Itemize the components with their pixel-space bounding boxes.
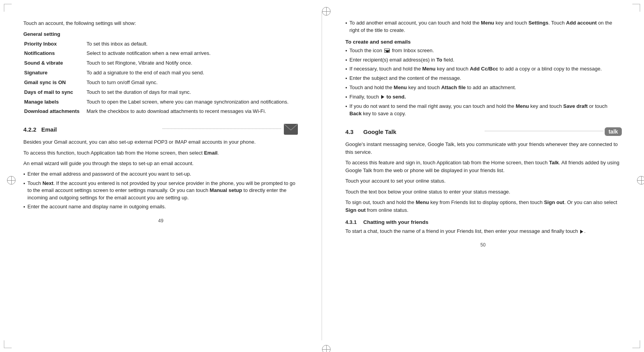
bullet-text: Enter the email address and password of … bbox=[28, 171, 192, 178]
section-43-title: Google Talk bbox=[363, 128, 482, 135]
settings-label: Gmail sync is ON bbox=[23, 78, 86, 88]
bullet-dot: • bbox=[23, 171, 25, 178]
right-create-bullets: •Touch the icon from Inbox screen.•Enter… bbox=[345, 47, 621, 118]
section-43-para1: Google's instant messaging service, Goog… bbox=[345, 141, 621, 156]
section-43-para4: Touch the text box below your online sta… bbox=[345, 188, 621, 196]
bullet-dot: • bbox=[345, 103, 347, 118]
settings-label: Manage labels bbox=[23, 97, 86, 107]
section-422-header: 4.2.2 Email bbox=[23, 123, 298, 135]
talk-badge: talk bbox=[605, 127, 622, 136]
settings-desc: Mark the checkbox to auto download attac… bbox=[86, 107, 298, 116]
bullet-text: Touch Next. If the account you entered i… bbox=[28, 180, 298, 202]
settings-desc: Touch to open the Label screen, where yo… bbox=[86, 97, 298, 107]
section-43-para2: To access this feature and sign in, touc… bbox=[345, 159, 621, 174]
create-send-title: To create and send emails bbox=[345, 39, 621, 45]
settings-desc: Touch to set the duration of days for ma… bbox=[86, 88, 298, 97]
settings-row: Manage labelsTouch to open the Label scr… bbox=[23, 97, 298, 107]
corner-mark-tl bbox=[4, 4, 12, 12]
settings-desc: Select to activate notification when a n… bbox=[86, 49, 298, 58]
bullet-dot: • bbox=[345, 57, 347, 64]
bullet-item: •Touch Next. If the account you entered … bbox=[23, 180, 298, 202]
page-left: Touch an account, the following settings… bbox=[0, 12, 322, 340]
bullet-dot: • bbox=[345, 84, 347, 92]
section-422-para1: Besides your Gmail account, you can also… bbox=[23, 138, 298, 146]
bullet-dot: • bbox=[345, 66, 347, 73]
settings-label: Days of mail to sync bbox=[23, 88, 86, 97]
right-bullet-text: If necessary, touch and hold the Menu ke… bbox=[350, 65, 602, 73]
subsection-431-num: 4.3.1 bbox=[345, 219, 360, 225]
send-arrow-icon bbox=[580, 230, 583, 234]
right-bullet-text: Touch and hold the Menu key and touch At… bbox=[350, 84, 516, 92]
settings-label: Notifications bbox=[23, 49, 86, 58]
general-setting-title: General setting bbox=[23, 31, 298, 37]
right-bullet-item: •Enter the subject and the content of th… bbox=[345, 75, 621, 83]
right-bullet-text: Finally, touch to send. bbox=[350, 93, 406, 101]
section-43-para3: Touch your account to set your online st… bbox=[345, 177, 621, 185]
settings-label: Sound & vibrate bbox=[23, 58, 86, 68]
section-422-title: Email bbox=[41, 126, 160, 133]
add-account-bullet: • To add another email account, you can … bbox=[345, 19, 621, 34]
right-bullet-item: •Touch and hold the Menu key and touch A… bbox=[345, 84, 621, 92]
settings-row: Days of mail to syncTouch to set the dur… bbox=[23, 88, 298, 97]
corner-mark-tr bbox=[632, 4, 640, 12]
left-intro: Touch an account, the following settings… bbox=[23, 19, 298, 27]
crosshair-bottom bbox=[322, 345, 331, 352]
section-422-num: 4.2.2 bbox=[23, 126, 38, 133]
bullet-dot: • bbox=[345, 94, 347, 101]
bullet-text: Enter the account name and display name … bbox=[28, 203, 166, 211]
bullet-dot: • bbox=[345, 20, 347, 34]
right-bullet-item: •If you do not want to send the mail rig… bbox=[345, 103, 621, 118]
section-43-num: 4.3 bbox=[345, 128, 360, 135]
email-icon bbox=[284, 124, 298, 135]
right-bullet-item: •If necessary, touch and hold the Menu k… bbox=[345, 65, 621, 73]
settings-label: Priority Inbox bbox=[23, 39, 86, 49]
right-bullet-item: •Enter recipient(s) email address(es) in… bbox=[345, 56, 621, 64]
right-bullet-text: If you do not want to send the mail righ… bbox=[350, 103, 621, 118]
settings-row: Download attachmentsMark the checkbox to… bbox=[23, 107, 298, 116]
settings-desc: Touch to set Ringtone, Vibrate and Notif… bbox=[86, 58, 298, 68]
bullet-dot: • bbox=[23, 180, 25, 202]
section-422-dots bbox=[162, 128, 281, 129]
email-icon-container bbox=[283, 123, 298, 135]
settings-desc: To set this inbox as default. bbox=[86, 39, 298, 49]
section-43-header: 4.3 Google Talk talk bbox=[345, 126, 621, 137]
settings-row: Sound & vibrateTouch to set Ringtone, Vi… bbox=[23, 58, 298, 68]
corner-mark-br bbox=[632, 340, 640, 348]
section-43-para5: To sign out, touch and hold the Menu key… bbox=[345, 199, 621, 214]
bullet-item: •Enter the account name and display name… bbox=[23, 203, 298, 211]
settings-label: Signature bbox=[23, 68, 86, 78]
settings-row: Gmail sync is ONTouch to turn on/off Gma… bbox=[23, 78, 298, 88]
subsection-431-header: 4.3.1 Chatting with your friends bbox=[345, 219, 621, 225]
right-bullet-text: Enter recipient(s) email address(es) in … bbox=[350, 56, 454, 64]
right-bullet-text: Touch the icon from Inbox screen. bbox=[350, 47, 434, 55]
bullet-dot: • bbox=[23, 204, 25, 211]
svg-marker-3 bbox=[385, 50, 390, 53]
settings-row: NotificationsSelect to activate notifica… bbox=[23, 49, 298, 58]
settings-row: Priority InboxTo set this inbox as defau… bbox=[23, 39, 298, 49]
page-container: Touch an account, the following settings… bbox=[0, 0, 644, 352]
right-bullet-item: •Touch the icon from Inbox screen. bbox=[345, 47, 621, 55]
corner-mark-bl bbox=[4, 340, 12, 348]
subsection-431-para: To start a chat, touch the name of a fri… bbox=[345, 227, 621, 235]
talk-badge-container: talk bbox=[606, 126, 621, 137]
settings-table: Priority InboxTo set this inbox as defau… bbox=[23, 39, 298, 117]
settings-desc: To add a signature to the end of each ma… bbox=[86, 68, 298, 78]
settings-row: SignatureTo add a signature to the end o… bbox=[23, 68, 298, 78]
subsection-431-title: Chatting with your friends bbox=[363, 219, 428, 225]
bullet-dot: • bbox=[345, 75, 347, 83]
settings-desc: Touch to turn on/off Gmail sync. bbox=[86, 78, 298, 88]
left-bullets-container: •Enter the email address and password of… bbox=[23, 171, 298, 211]
section-422-para2: To access this function, touch Applicati… bbox=[23, 149, 298, 157]
section-43-dots bbox=[485, 131, 604, 131]
page-right: • To add another email account, you can … bbox=[322, 12, 644, 340]
left-page-number: 49 bbox=[23, 218, 298, 224]
bullet-item: •Enter the email address and password of… bbox=[23, 171, 298, 178]
add-account-text: To add another email account, you can to… bbox=[350, 19, 621, 34]
right-bullet-text: Enter the subject and the content of the… bbox=[350, 75, 461, 83]
right-bullet-item: •Finally, touch to send. bbox=[345, 93, 621, 101]
settings-label: Download attachments bbox=[23, 107, 86, 116]
bullet-dot: • bbox=[345, 48, 347, 55]
right-page-number: 50 bbox=[345, 242, 621, 248]
section-422-para3: An email wizard will guide you through t… bbox=[23, 160, 298, 167]
